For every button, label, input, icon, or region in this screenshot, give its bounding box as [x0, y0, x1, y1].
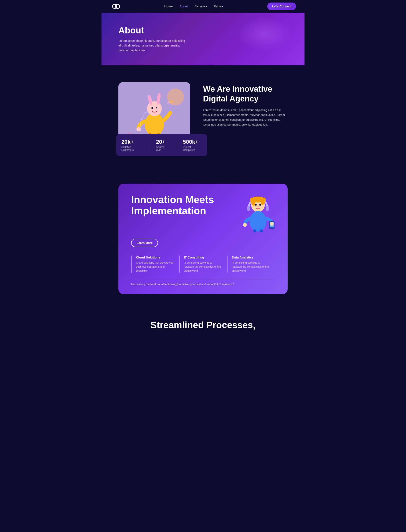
svg-point-19 [249, 211, 266, 231]
navigation: Home About Service▾ Page▾ Let's Connect [102, 0, 304, 13]
innovation-card: Innovation Meets Implementation [118, 184, 288, 294]
nav-item-about[interactable]: About [180, 4, 188, 8]
service-analytics-title: Data Analytics [232, 255, 271, 259]
svg-point-4 [151, 107, 153, 109]
innovation-footer: Harnessing the forefront of technology t… [131, 279, 275, 286]
svg-rect-10 [247, 206, 250, 211]
about-heading: We Are Innovative Digital Agency [203, 84, 288, 104]
about-section: 20k+ Satisfied Customers 20+ Awards Won … [102, 65, 304, 171]
svg-point-18 [257, 206, 259, 207]
innovation-title: Innovation Meets Implementation [131, 194, 214, 217]
streamlined-heading: Streamlined Processes, [118, 319, 288, 331]
about-image-column: 20k+ Satisfied Customers 20+ Awards Won … [118, 82, 190, 154]
svg-point-1 [147, 101, 162, 116]
service-consulting-title: IT Consulting [184, 255, 223, 259]
cta-button[interactable]: Let's Connect [267, 3, 296, 10]
hero-description: Lorem ipsum dolor sit amet, consectetur … [118, 38, 186, 53]
stat-awards: 20+ Awards Won [156, 139, 169, 152]
service-cloud-title: Cloud Solutions [136, 255, 175, 259]
nav-item-page[interactable]: Page▾ [214, 4, 223, 8]
learn-more-button[interactable]: Learn More [131, 239, 158, 247]
service-item-consulting: IT Consulting IT consulting services to … [179, 255, 227, 273]
innovation-section: Innovation Meets Implementation [102, 171, 304, 307]
nav-item-home[interactable]: Home [164, 4, 173, 8]
streamlined-section: Streamlined Processes, [102, 307, 304, 339]
service-item-cloud: Cloud Solutions Cloud solutions that ele… [131, 255, 179, 273]
service-item-analytics: Data Analytics IT consulting services to… [227, 255, 275, 273]
svg-point-17 [259, 204, 261, 206]
svg-point-22 [243, 223, 247, 227]
innovation-title-block: Innovation Meets Implementation [131, 194, 214, 217]
nav-links: Home About Service▾ Page▾ [164, 4, 223, 8]
service-cloud-desc: Cloud solutions that elevate your busine… [136, 261, 175, 273]
service-analytics-desc: IT consulting services to navigate the c… [232, 261, 271, 273]
nav-item-service[interactable]: Service▾ [195, 4, 207, 8]
service-consulting-desc: IT consulting services to navigate the c… [184, 261, 223, 273]
svg-point-16 [255, 204, 257, 206]
services-grid: Cloud Solutions Cloud solutions that ele… [131, 255, 275, 273]
stats-overlay: 20k+ Satisfied Customers 20+ Awards Won … [116, 134, 207, 156]
hero-title: About [118, 25, 288, 35]
innovation-quote: Harnessing the forefront of technology t… [131, 283, 275, 286]
stat-projects: 500k+ Project Completed [183, 139, 202, 152]
hero-banner: About Lorem ipsum dolor sit amet, consec… [102, 13, 304, 65]
about-text-column: We Are Innovative Digital Agency Lorem i… [203, 82, 288, 127]
svg-point-5 [156, 107, 157, 108]
innovation-header: Innovation Meets Implementation [131, 194, 275, 232]
svg-rect-11 [266, 206, 269, 211]
svg-point-23 [270, 222, 274, 226]
logo[interactable] [110, 3, 120, 10]
about-description: Lorem ipsum dolor sit amet, consectetur … [203, 108, 288, 127]
svg-point-0 [145, 113, 164, 136]
stat-customers: 20k+ Satisfied Customers [121, 139, 142, 152]
